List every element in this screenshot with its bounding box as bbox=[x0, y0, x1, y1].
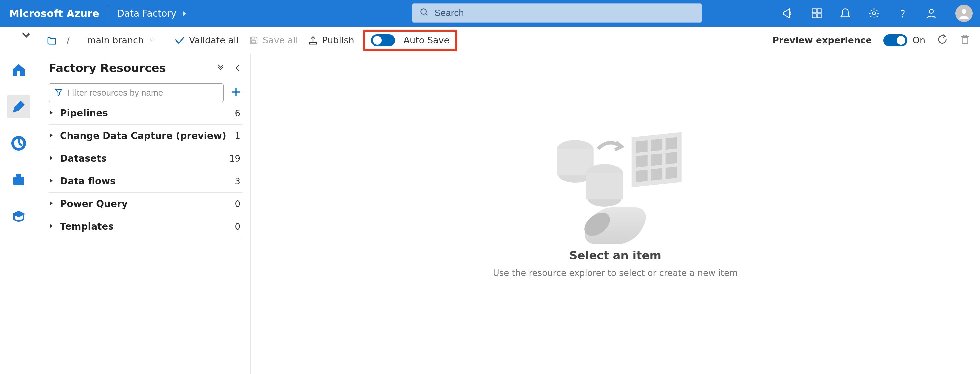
body-area: Factory Resources Pipelines 6 bbox=[0, 54, 980, 374]
svg-rect-4 bbox=[812, 14, 816, 18]
auto-save-toggle[interactable] bbox=[371, 34, 395, 46]
auto-save-highlight: Auto Save bbox=[363, 30, 458, 51]
svg-rect-3 bbox=[817, 9, 821, 13]
copilot-icon[interactable] bbox=[810, 7, 823, 20]
preview-switch-label: On bbox=[913, 35, 925, 45]
expand-icon bbox=[49, 178, 54, 185]
svg-rect-14 bbox=[252, 41, 256, 43]
empty-state: Select an item Use the resource explorer… bbox=[493, 125, 738, 278]
category-powerquery[interactable]: Power Query 0 bbox=[49, 193, 242, 215]
factory-filter-input[interactable] bbox=[68, 88, 218, 98]
branch-label: main branch bbox=[87, 35, 144, 45]
manage-nav[interactable] bbox=[7, 169, 30, 191]
category-count: 0 bbox=[235, 222, 242, 232]
validate-all-button[interactable]: Validate all bbox=[175, 35, 239, 45]
settings-icon[interactable] bbox=[867, 7, 881, 20]
category-label: Templates bbox=[60, 221, 114, 232]
expand-icon bbox=[49, 110, 54, 117]
category-label: Pipelines bbox=[60, 108, 108, 119]
left-nav-rail bbox=[0, 54, 37, 374]
svg-line-1 bbox=[426, 14, 428, 16]
search-icon bbox=[420, 8, 429, 18]
svg-rect-2 bbox=[812, 9, 816, 13]
svg-point-7 bbox=[902, 17, 903, 18]
svg-rect-13 bbox=[252, 37, 255, 39]
author-nav[interactable] bbox=[7, 95, 30, 118]
toolbar-left: / main branch Validate all Save all Publ… bbox=[47, 30, 457, 51]
auto-save-label: Auto Save bbox=[404, 35, 450, 45]
category-count: 0 bbox=[235, 199, 242, 209]
svg-point-0 bbox=[421, 9, 426, 14]
discard-button[interactable] bbox=[959, 33, 970, 47]
category-pipelines[interactable]: Pipelines 6 bbox=[49, 102, 242, 125]
svg-point-9 bbox=[962, 9, 966, 14]
expand-icon bbox=[49, 201, 54, 207]
service-breadcrumb[interactable]: Data Factory bbox=[117, 8, 188, 19]
category-cdc[interactable]: Change Data Capture (preview) 1 bbox=[49, 125, 242, 147]
category-dataflows[interactable]: Data flows 3 bbox=[49, 170, 242, 193]
factory-resources-panel: Factory Resources Pipelines 6 bbox=[37, 54, 251, 374]
factory-filter-row bbox=[49, 83, 242, 102]
factory-panel-header: Factory Resources bbox=[49, 61, 242, 75]
category-count: 6 bbox=[235, 108, 242, 118]
notifications-icon[interactable] bbox=[838, 7, 852, 20]
svg-rect-16 bbox=[963, 37, 968, 43]
pin-panel-icon[interactable] bbox=[234, 64, 242, 72]
save-all-button[interactable]: Save all bbox=[249, 35, 298, 45]
topbar-right bbox=[781, 5, 976, 22]
publish-label: Publish bbox=[322, 35, 354, 45]
factory-panel-title: Factory Resources bbox=[49, 61, 210, 75]
expand-panel-icon[interactable] bbox=[21, 31, 31, 43]
empty-title: Select an item bbox=[493, 249, 738, 262]
category-count: 19 bbox=[229, 154, 242, 164]
filter-icon bbox=[54, 88, 63, 98]
path-sep: / bbox=[67, 35, 70, 45]
home-nav[interactable] bbox=[7, 59, 30, 81]
chevron-down-icon bbox=[149, 35, 156, 45]
svg-rect-19 bbox=[16, 174, 21, 177]
feedback-icon[interactable] bbox=[925, 7, 938, 20]
svg-rect-15 bbox=[310, 42, 317, 44]
brand-separator bbox=[108, 6, 109, 21]
expand-icon bbox=[49, 223, 54, 230]
category-label: Change Data Capture (preview) bbox=[60, 131, 226, 141]
search-input[interactable] bbox=[434, 8, 694, 18]
global-search[interactable] bbox=[412, 3, 702, 23]
category-label: Datasets bbox=[60, 153, 107, 164]
chevron-right-icon bbox=[182, 8, 188, 19]
svg-rect-5 bbox=[817, 14, 821, 18]
learn-nav[interactable] bbox=[7, 205, 30, 228]
refresh-button[interactable] bbox=[937, 33, 948, 47]
empty-illustration bbox=[544, 125, 687, 245]
help-icon[interactable] bbox=[896, 7, 909, 20]
category-label: Power Query bbox=[60, 198, 128, 209]
service-label: Data Factory bbox=[117, 8, 177, 19]
branch-picker[interactable]: main branch bbox=[82, 35, 156, 45]
category-datasets[interactable]: Datasets 19 bbox=[49, 147, 242, 170]
factory-filter[interactable] bbox=[49, 83, 224, 102]
azure-topbar: Microsoft Azure Data Factory bbox=[0, 0, 980, 27]
repo-icon[interactable] bbox=[47, 35, 57, 45]
announcements-icon[interactable] bbox=[781, 7, 795, 20]
canvas: Select an item Use the resource explorer… bbox=[251, 54, 980, 374]
preview-experience-toggle[interactable] bbox=[883, 34, 907, 46]
svg-point-6 bbox=[873, 12, 876, 15]
category-templates[interactable]: Templates 0 bbox=[49, 215, 242, 238]
topbar-left: Microsoft Azure Data Factory bbox=[10, 6, 188, 21]
add-resource-button[interactable] bbox=[230, 86, 242, 99]
toolbar-right: Preview experience On bbox=[772, 33, 970, 47]
save-all-label: Save all bbox=[262, 35, 298, 45]
validate-all-label: Validate all bbox=[189, 35, 239, 45]
category-count: 3 bbox=[235, 176, 242, 186]
svg-point-8 bbox=[929, 10, 933, 13]
svg-rect-18 bbox=[13, 177, 24, 185]
empty-subtitle: Use the resource explorer to select or c… bbox=[493, 268, 738, 278]
collapse-all-icon[interactable] bbox=[216, 64, 225, 72]
avatar[interactable] bbox=[955, 5, 973, 22]
category-count: 1 bbox=[235, 131, 242, 141]
expand-icon bbox=[49, 155, 54, 162]
preview-experience-label: Preview experience bbox=[772, 35, 872, 45]
monitor-nav[interactable] bbox=[7, 132, 30, 155]
publish-button[interactable]: Publish bbox=[308, 35, 354, 45]
authoring-toolbar: / main branch Validate all Save all Publ… bbox=[0, 27, 980, 54]
